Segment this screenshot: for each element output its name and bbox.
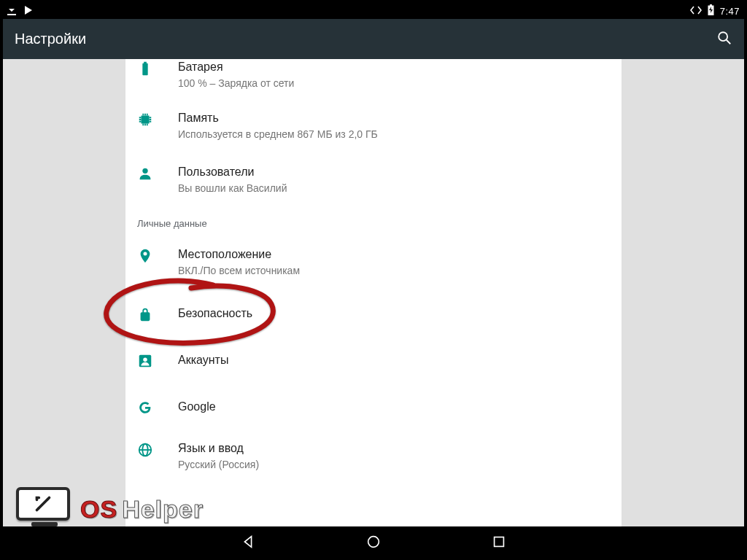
play-store-icon: [23, 5, 34, 18]
download-icon: [7, 5, 16, 18]
svg-point-2: [142, 168, 147, 174]
nav-home-button[interactable]: [365, 534, 382, 553]
globe-icon: [137, 440, 178, 458]
status-time: 7:47: [720, 6, 740, 17]
item-subtitle: Вы вошли как Василий: [178, 182, 287, 195]
status-bar: 7:47: [3, 3, 744, 19]
battery-icon: [137, 59, 178, 77]
battery-charging-icon: [708, 4, 714, 18]
settings-item-memory[interactable]: Память Используется в среднем 867 МБ из …: [125, 100, 622, 154]
account-box-icon: [137, 351, 178, 369]
item-subtitle: ВКЛ./По всем источникам: [178, 264, 300, 277]
settings-item-battery[interactable]: Батарея 100 % – Зарядка от сети: [125, 59, 622, 100]
item-subtitle: Русский (Россия): [178, 458, 259, 471]
item-title: Пользователи: [178, 164, 287, 180]
google-icon: [137, 398, 178, 416]
settings-item-language[interactable]: Язык и ввод Русский (Россия): [125, 430, 622, 484]
location-icon: [137, 246, 178, 264]
settings-item-google[interactable]: Google: [125, 384, 622, 430]
settings-item-users[interactable]: Пользователи Вы вошли как Василий: [125, 154, 622, 208]
settings-body: Батарея 100 % – Зарядка от сети Память И…: [3, 59, 744, 526]
svg-rect-9: [495, 537, 504, 547]
search-button[interactable]: [716, 30, 732, 49]
user-icon: [137, 164, 178, 182]
svg-point-8: [368, 537, 379, 548]
app-bar: Настройки: [3, 19, 744, 59]
nav-recent-button[interactable]: [491, 534, 507, 553]
dev-icon: [690, 6, 702, 17]
settings-item-location[interactable]: Местоположение ВКЛ./По всем источникам: [125, 236, 622, 290]
item-title: Память: [178, 110, 378, 126]
item-title: Местоположение: [178, 246, 300, 262]
item-title: Google: [178, 399, 216, 415]
item-title: Аккаунты: [178, 352, 228, 368]
memory-icon: [137, 110, 178, 128]
lock-icon: [137, 305, 178, 322]
navigation-bar: [3, 526, 744, 560]
svg-point-0: [719, 32, 727, 41]
item-title: Язык и ввод: [178, 440, 259, 456]
page-title: Настройки: [15, 31, 86, 47]
nav-back-button[interactable]: [240, 534, 256, 553]
item-title: Безопасность: [178, 306, 252, 322]
item-title: Батарея: [178, 59, 294, 75]
svg-line-1: [727, 39, 731, 44]
item-subtitle: Используется в среднем 867 МБ из 2,0 ГБ: [178, 128, 378, 141]
svg-point-4: [143, 357, 147, 362]
item-subtitle: 100 % – Зарядка от сети: [178, 77, 294, 90]
settings-item-accounts[interactable]: Аккаунты: [125, 337, 622, 384]
settings-item-security[interactable]: Безопасность: [125, 290, 622, 337]
section-header-personal: Личные данные: [125, 208, 622, 236]
